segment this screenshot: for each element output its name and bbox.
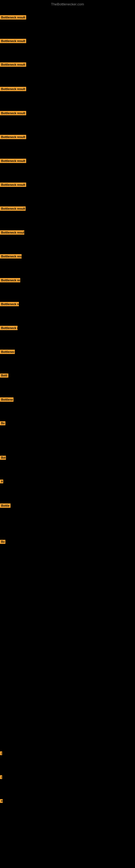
- bottleneck-result-badge: Bottl: [0, 373, 8, 378]
- bottleneck-result-badge: Bottleneck result: [0, 39, 26, 43]
- site-title: TheBottlenecker.com: [0, 2, 135, 6]
- bottleneck-result-badge: E: [0, 799, 3, 803]
- bottleneck-result-badge: |: [0, 775, 2, 779]
- bottleneck-result-badge: Bottleneck result: [0, 230, 24, 235]
- bottleneck-result-badge: Bottleneck result: [0, 207, 26, 211]
- bottleneck-result-badge: Bot: [0, 456, 6, 460]
- bottleneck-result-badge: Bottleneck resu: [0, 254, 21, 258]
- bottleneck-result-badge: Bo: [0, 540, 5, 544]
- bottleneck-result-badge: Bottleneck result: [0, 87, 26, 91]
- bottleneck-result-badge: Bottleneck result: [0, 15, 26, 20]
- bottleneck-result-badge: Bottleneck result: [0, 62, 26, 67]
- bottleneck-result-badge: Bottlene: [0, 397, 13, 402]
- bottleneck-result-badge: Bottle: [0, 503, 10, 508]
- bottleneck-result-badge: Bottlenec: [0, 350, 15, 354]
- bottleneck-result-badge: Bo: [0, 421, 5, 425]
- bottleneck-result-badge: B: [0, 479, 3, 484]
- bottleneck-result-badge: Bottleneck result: [0, 183, 26, 187]
- bottleneck-result-badge: Bottleneck result: [0, 159, 26, 163]
- bottleneck-result-badge: Bottleneck res: [0, 278, 20, 282]
- bottleneck-result-badge: Bottleneck re: [0, 326, 17, 330]
- bottleneck-result-badge: Bottleneck res: [0, 302, 19, 306]
- bottleneck-result-badge: Bottleneck result: [0, 135, 26, 139]
- bottleneck-result-badge: |: [0, 751, 2, 755]
- bottleneck-result-badge: Bottleneck result: [0, 111, 26, 115]
